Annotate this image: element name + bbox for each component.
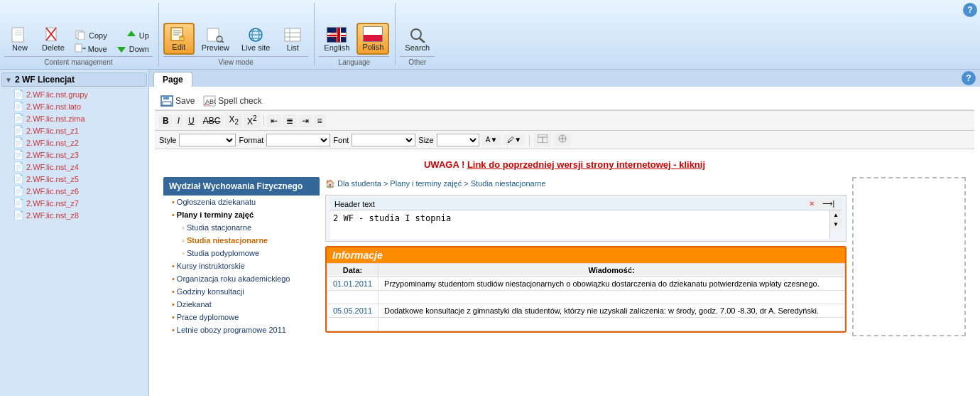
- search-button[interactable]: Search: [400, 24, 435, 55]
- sidebar-tree-item[interactable]: 📄2.WF.lic.nst_z7: [1, 197, 147, 209]
- nav-bullet: •: [168, 300, 175, 309]
- polish-flag-icon: [363, 26, 383, 42]
- header-text-expand-button[interactable]: ⟶|: [820, 199, 837, 208]
- polish-button[interactable]: Polish: [356, 23, 389, 55]
- english-flag-icon: [327, 27, 347, 43]
- collapse-icon: ▼: [5, 76, 12, 84]
- header-text-close-button[interactable]: ✕: [806, 199, 817, 208]
- sidebar-tree-item[interactable]: 📄2.WF.lic.nst_z3: [1, 149, 147, 161]
- nav-item[interactable]: ◦Studia niestacjonarne: [163, 234, 320, 247]
- move-icon: [75, 43, 86, 53]
- bg-color-button[interactable]: 🖊▼: [503, 134, 525, 145]
- table-header-message: Wiadomość:: [379, 264, 845, 277]
- sidebar-tree-item[interactable]: 📄2.WF.lic.nst_z5: [1, 173, 147, 185]
- english-button[interactable]: English: [319, 24, 354, 55]
- nav-item[interactable]: •Prace dyplomowe: [163, 311, 320, 323]
- svg-marker-12: [127, 31, 136, 36]
- delete-icon: [43, 27, 63, 43]
- uwaga-link[interactable]: Link do poprzedniej wersji strony intern…: [467, 159, 705, 170]
- file-icon: 📄: [13, 113, 24, 124]
- insert-button[interactable]: [554, 133, 571, 146]
- nav-items: •Ogłoszenia dziekanatu•Plany i terminy z…: [163, 196, 320, 336]
- style-select[interactable]: [179, 134, 236, 146]
- sidebar-item-label: 2.WF.lic.nst.grupy: [26, 90, 88, 99]
- table-cell-date: 01.01.2011: [327, 277, 379, 291]
- spell-check-icon: ABC: [203, 95, 216, 107]
- sidebar-tree-item[interactable]: 📄2.WF.lic.nst_z2: [1, 137, 147, 149]
- save-icon: [160, 95, 173, 107]
- list-button[interactable]: List: [277, 24, 308, 55]
- format-select[interactable]: [266, 134, 330, 146]
- bold-button[interactable]: B: [159, 114, 173, 127]
- text-color-button[interactable]: A▼: [482, 134, 501, 145]
- svg-marker-13: [117, 47, 126, 53]
- header-scroll-up[interactable]: ▲: [830, 210, 842, 220]
- strikethrough-button[interactable]: ABC: [200, 114, 224, 127]
- spell-check-label: Spell check: [218, 96, 261, 106]
- up-icon: [126, 30, 137, 40]
- sidebar-tree-item[interactable]: 📄2.WF.lic.nst_z4: [1, 161, 147, 173]
- copy-icon: [75, 30, 87, 40]
- sidebar-tree-item[interactable]: 📄2.WF.lic.nst.zima: [1, 112, 147, 124]
- new-button[interactable]: New: [4, 24, 36, 55]
- copy-button[interactable]: Copy: [71, 28, 111, 41]
- page-help-button[interactable]: ?: [962, 71, 976, 85]
- nav-item[interactable]: ◦Studia podyplomowe: [163, 247, 320, 259]
- nav-bullet: •: [168, 326, 175, 334]
- align-right-button[interactable]: ⇥: [298, 114, 312, 127]
- preview-button[interactable]: Preview: [197, 24, 234, 55]
- spell-check-button[interactable]: ABC Spell check: [203, 95, 261, 107]
- nav-item[interactable]: •Dziekanat: [163, 298, 320, 311]
- table-header-date: Data:: [327, 264, 379, 277]
- sidebar-header[interactable]: ▼ 2 WF Licencjat: [1, 73, 147, 87]
- font-select[interactable]: [352, 134, 415, 146]
- italic-button[interactable]: I: [174, 114, 183, 127]
- move-button[interactable]: Move: [71, 42, 111, 55]
- search-icon: [408, 27, 428, 43]
- save-button[interactable]: Save: [160, 95, 195, 107]
- superscript-button[interactable]: X2: [244, 113, 261, 128]
- format-label: Format: [239, 136, 263, 144]
- svg-rect-8: [78, 32, 85, 40]
- align-left-button[interactable]: ⇤: [267, 114, 281, 127]
- nav-item[interactable]: •Kursy instruktorskie: [163, 259, 320, 272]
- info-box: Informacje Data: Wiadomość: 01.01.2011Pr…: [325, 246, 846, 333]
- sidebar-tree-item[interactable]: 📄2.WF.lic.nst.grupy: [1, 88, 147, 100]
- sidebar-tree-item[interactable]: 📄2.WF.lic.nst_z8: [1, 209, 147, 221]
- header-text-input[interactable]: [330, 210, 829, 239]
- underline-button[interactable]: U: [185, 114, 198, 127]
- tab-page[interactable]: Page: [153, 72, 192, 87]
- edit-button[interactable]: Edit: [163, 23, 195, 55]
- down-button[interactable]: Down: [112, 42, 153, 55]
- nav-item[interactable]: •Letnie obozy programowe 2011: [163, 323, 320, 336]
- uwaga-text: UWAGA !: [424, 159, 464, 170]
- nav-item[interactable]: •Plany i terminy zajęć: [163, 208, 320, 221]
- sidebar-tree-item[interactable]: 📄2.WF.lic.nst_z1: [1, 124, 147, 137]
- toolbar-separator-2: [529, 134, 530, 146]
- global-help-button[interactable]: ?: [963, 3, 977, 17]
- table-button[interactable]: [534, 133, 551, 146]
- nav-item[interactable]: ◦Studia stacjonarne: [163, 221, 320, 234]
- subscript-button[interactable]: X2: [225, 113, 242, 127]
- header-scroll-down[interactable]: ▼: [830, 220, 842, 229]
- nav-item[interactable]: •Organizacja roku akademickiego: [163, 272, 320, 285]
- sidebar-tree-item[interactable]: 📄2.WF.lic.nst_z6: [1, 185, 147, 197]
- nav-bullet: •: [168, 198, 175, 206]
- sidebar: ▼ 2 WF Licencjat 📄2.WF.lic.nst.grupy📄2.W…: [0, 70, 149, 396]
- size-select[interactable]: [437, 134, 479, 146]
- save-label: Save: [175, 96, 195, 106]
- align-center-button[interactable]: ≣: [283, 114, 297, 127]
- up-button[interactable]: Up: [112, 28, 153, 41]
- home-icon: 🏠: [325, 179, 335, 188]
- breadcrumb-text: Dla studenta > Plany i terminy zajęć > S…: [337, 179, 546, 188]
- nav-item[interactable]: •Godziny konsultacji: [163, 285, 320, 298]
- nav-item-label: Studia stacjonarne: [187, 223, 251, 232]
- table-icon: [538, 134, 548, 143]
- table-cell-message: Dodatkowe konsultacje z gimnastyki dla s…: [379, 304, 845, 318]
- nav-item[interactable]: •Ogłoszenia dziekanatu: [163, 196, 320, 208]
- sidebar-tree-item[interactable]: 📄2.WF.lic.nst.lato: [1, 100, 147, 112]
- delete-button[interactable]: Delete: [37, 24, 70, 55]
- nav-item-label: Studia podyplomowe: [187, 249, 259, 257]
- justify-button[interactable]: ≡: [314, 114, 326, 127]
- live-site-button[interactable]: Live site: [236, 24, 275, 55]
